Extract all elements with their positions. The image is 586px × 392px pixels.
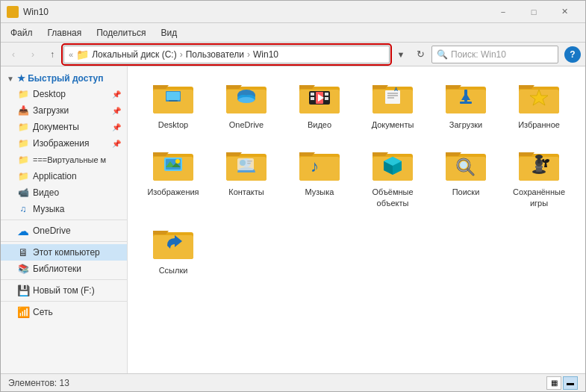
forward-button[interactable]: › xyxy=(25,46,41,63)
app-icon xyxy=(7,6,19,18)
sidebar-item-images[interactable]: 📁 Изображения 📌 xyxy=(1,135,127,152)
menu-bar: Файл Главная Поделиться Вид xyxy=(1,23,585,43)
sidebar-item-desktop[interactable]: 📁 Desktop 📌 xyxy=(1,86,127,102)
sidebar-item-label: Музыка xyxy=(33,204,64,214)
address-segment-3: Win10 xyxy=(253,49,278,60)
svg-rect-5 xyxy=(166,92,180,100)
file-label: Избранное xyxy=(518,119,560,130)
file-item-favorites[interactable]: Избранное xyxy=(505,74,573,135)
savedgames-folder-large-icon xyxy=(518,146,560,184)
downloads-folder-icon: 📥 xyxy=(17,105,29,116)
help-button[interactable]: ? xyxy=(564,46,581,63)
refresh-button[interactable]: ↻ xyxy=(412,46,428,63)
file-label: Документы xyxy=(372,119,414,130)
computer-icon: 🖥 xyxy=(17,246,29,258)
sidebar-item-new-volume[interactable]: 💾 Новый том (F:) xyxy=(1,282,127,299)
search-bar[interactable]: 🔍 Поиск: Win10 xyxy=(431,46,558,63)
close-button[interactable]: ✕ xyxy=(549,4,579,19)
file-label: Сохранённые игры xyxy=(509,187,569,208)
sidebar-item-downloads[interactable]: 📥 Загрузки 📌 xyxy=(1,102,127,119)
file-item-images[interactable]: Изображения xyxy=(140,141,207,214)
file-label: Объёмные объекты xyxy=(363,187,423,208)
sidebar-item-this-computer[interactable]: 🖥 Этот компьютер xyxy=(1,244,127,261)
network-icon: 📶 xyxy=(17,306,29,318)
search-icon: 🔍 xyxy=(437,49,448,60)
svg-rect-37 xyxy=(460,102,472,104)
links-folder-large-icon xyxy=(152,225,194,262)
menu-view[interactable]: Вид xyxy=(154,25,184,40)
3dobjects-folder-large-icon xyxy=(372,146,414,184)
sidebar-item-network[interactable]: 📶 Сеть xyxy=(1,304,127,320)
sidebar-item-virtual[interactable]: 📁 ===Виртуальные м xyxy=(1,152,127,168)
file-grid: Desktop OneDrive xyxy=(140,74,573,281)
file-label: Загрузки xyxy=(449,119,482,130)
searches-folder-large-icon xyxy=(445,146,487,184)
sidebar-item-documents[interactable]: 📁 Документы 📌 xyxy=(1,119,127,135)
video-folder-large-icon xyxy=(299,79,340,116)
svg-point-56 xyxy=(240,160,246,166)
sidebar-item-video[interactable]: 📹 Видео xyxy=(1,184,127,201)
svg-point-50 xyxy=(175,159,180,164)
address-segment-1: Локальный диск (C:) xyxy=(92,49,177,60)
sidebar-item-libraries[interactable]: 📚 Библиотеки xyxy=(1,261,127,277)
sidebar-item-music[interactable]: ♫ Музыка xyxy=(1,201,127,217)
pin-icon: 📌 xyxy=(112,90,121,99)
desktop-folder-icon: 📁 xyxy=(17,88,29,100)
address-segment-2: Пользователи xyxy=(186,49,244,60)
address-sep-1: › xyxy=(180,49,183,60)
menu-home[interactable]: Главная xyxy=(41,25,89,40)
onedrive-folder-large-icon xyxy=(225,79,267,116)
file-item-video[interactable]: Видео xyxy=(286,74,353,135)
sidebar-item-label: Изображения xyxy=(33,138,89,149)
sidebar-item-label: Новый том (F:) xyxy=(33,285,95,296)
view-grid-button[interactable]: ▦ xyxy=(546,376,561,390)
favorites-folder-large-icon xyxy=(518,79,560,116)
svg-rect-58 xyxy=(247,163,251,164)
dropdown-button[interactable]: ▼ xyxy=(393,46,409,63)
downloads-folder-large-icon xyxy=(445,79,487,116)
menu-file[interactable]: Файл xyxy=(4,25,40,40)
minimize-button[interactable]: − xyxy=(488,4,518,19)
svg-rect-21 xyxy=(325,97,328,100)
sidebar-item-label: Документы xyxy=(33,122,79,132)
file-item-searches[interactable]: Поиски xyxy=(432,141,499,214)
address-bar[interactable]: « 📁 Локальный диск (C:) › Пользователи ›… xyxy=(63,46,390,63)
file-item-savedgames[interactable]: Сохранённые игры xyxy=(505,141,573,214)
sidebar-quick-access[interactable]: ▼ ★ Быстрый доступ xyxy=(1,71,127,86)
sidebar-item-label: Сеть xyxy=(33,307,53,317)
onedrive-icon: ☁ xyxy=(17,225,29,237)
file-item-contacts[interactable]: Контакты xyxy=(213,141,280,214)
file-item-links[interactable]: Ссылки xyxy=(140,220,207,281)
svg-rect-27 xyxy=(385,90,400,104)
search-placeholder: Поиск: Win10 xyxy=(451,49,506,60)
svg-rect-60 xyxy=(299,157,340,181)
sidebar-item-onedrive[interactable]: ☁ OneDrive xyxy=(1,223,127,239)
drive-icon: 💾 xyxy=(17,284,29,296)
contacts-folder-large-icon xyxy=(225,146,267,184)
file-label: OneDrive xyxy=(229,119,264,130)
sidebar-item-label: Библиотеки xyxy=(33,264,81,274)
file-item-3dobjects[interactable]: Объёмные объекты xyxy=(359,141,426,214)
file-item-onedrive[interactable]: OneDrive xyxy=(213,74,280,135)
file-label: Ссылки xyxy=(159,265,188,276)
view-list-button[interactable]: ▬ xyxy=(563,376,578,390)
file-item-downloads[interactable]: Загрузки xyxy=(432,74,499,135)
music-folder-large-icon: ♪ xyxy=(299,146,340,184)
sidebar-item-label: OneDrive xyxy=(33,225,71,236)
file-item-music[interactable]: ♪ Музыка xyxy=(286,141,353,214)
sidebar-item-application[interactable]: 📁 Application xyxy=(1,168,127,184)
file-item-desktop[interactable]: Desktop xyxy=(140,74,207,135)
svg-point-13 xyxy=(238,97,255,103)
maximize-button[interactable]: □ xyxy=(519,4,549,19)
file-item-documents[interactable]: A Документы xyxy=(359,74,426,135)
menu-share[interactable]: Поделиться xyxy=(90,25,152,40)
sidebar-item-label: Видео xyxy=(33,187,59,198)
back-button[interactable]: ‹ xyxy=(5,46,22,63)
up-button[interactable]: ↑ xyxy=(44,46,60,63)
sidebar-divider-3 xyxy=(1,279,127,280)
address-sep-2: › xyxy=(247,49,250,60)
documents-folder-icon: 📁 xyxy=(17,121,29,133)
address-folder-icon: 📁 xyxy=(76,49,89,60)
svg-rect-19 xyxy=(311,97,314,100)
application-folder-icon: 📁 xyxy=(17,170,29,182)
